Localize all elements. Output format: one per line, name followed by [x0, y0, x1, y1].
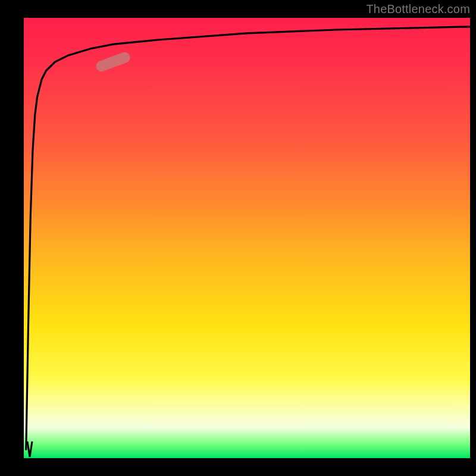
plot-area: [24, 18, 470, 458]
curve-svg: [24, 18, 470, 458]
bottleneck-curve: [26, 27, 470, 449]
origin-spike: [27, 441, 32, 457]
chart-frame: TheBottleneck.com: [0, 0, 476, 476]
watermark-label: TheBottleneck.com: [366, 2, 470, 16]
